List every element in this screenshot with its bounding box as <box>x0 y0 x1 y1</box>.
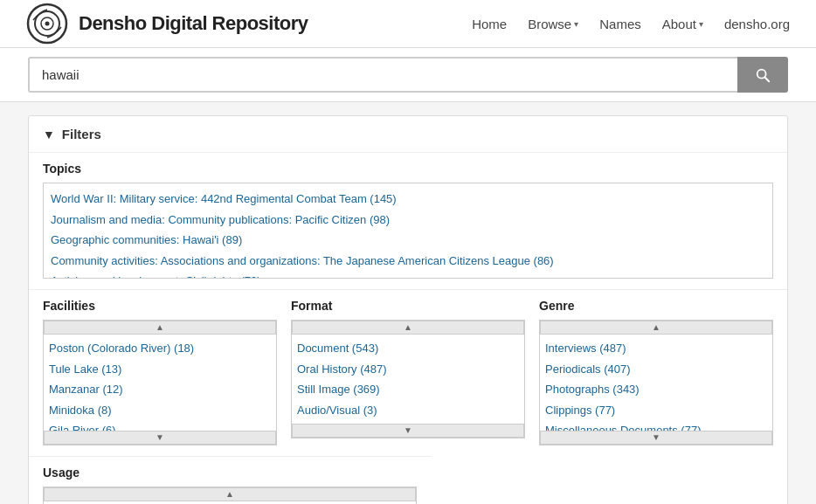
list-item[interactable]: Miscellaneous Documents (77) <box>545 420 767 431</box>
format-list: Document (543) Oral History (487) Still … <box>292 335 524 424</box>
filters-header[interactable]: ▼ Filters <box>29 116 787 152</box>
list-item[interactable]: Journalism and media: Community publicat… <box>51 210 765 231</box>
usage-title: Usage <box>43 466 417 480</box>
list-item[interactable]: Clippings (77) <box>545 400 767 421</box>
format-col: Format ▲ Document (543) Oral History (48… <box>291 299 539 445</box>
svg-point-3 <box>45 22 50 26</box>
nav-home[interactable]: Home <box>472 17 507 31</box>
search-container <box>0 48 816 102</box>
nav-densho-org[interactable]: densho.org <box>724 17 790 31</box>
nav-names[interactable]: Names <box>599 17 641 31</box>
list-item[interactable]: Audio/Visual (3) <box>297 400 519 421</box>
usage-list-container: ▲ DDR Creative Commons (812) Copyright, … <box>43 487 417 504</box>
filter-icon: ▼ <box>43 128 55 142</box>
list-item[interactable]: Tule Lake (13) <box>49 359 271 380</box>
list-item[interactable]: Oral History (487) <box>297 359 519 380</box>
genre-col: Genre ▲ Interviews (487) Periodicals (40… <box>539 299 773 445</box>
facilities-scroll-up[interactable]: ▲ <box>44 321 276 335</box>
format-scroll-down[interactable]: ▼ <box>292 424 524 438</box>
genre-title: Genre <box>539 299 773 313</box>
genre-list-container: ▲ Interviews (487) Periodicals (407) Pho… <box>539 320 773 445</box>
facilities-scroll-down[interactable]: ▼ <box>44 431 276 445</box>
search-row <box>28 57 788 93</box>
list-item[interactable]: Gila River (6) <box>49 420 271 431</box>
header: Densho Digital Repository Home Browse ▾ … <box>0 0 816 48</box>
usage-section: Usage ▲ DDR Creative Commons (812) Copyr… <box>29 456 431 504</box>
format-scroll-up[interactable]: ▲ <box>292 321 524 335</box>
genre-scroll-down[interactable]: ▼ <box>540 431 772 445</box>
header-nav: Home Browse ▾ Names About ▾ densho.org <box>472 17 790 31</box>
about-caret-icon: ▾ <box>699 19 703 29</box>
format-list-container: ▲ Document (543) Oral History (487) Stil… <box>291 320 525 438</box>
main-content: ▼ Filters Topics World War II: Military … <box>28 102 788 504</box>
list-item[interactable]: Periodicals (407) <box>545 359 767 380</box>
filters-label: Filters <box>62 127 101 142</box>
topics-list: World War II: Military service: 442nd Re… <box>43 183 773 279</box>
genre-list: Interviews (487) Periodicals (407) Photo… <box>540 335 772 431</box>
search-button[interactable] <box>737 57 788 93</box>
site-logo-text: Densho Digital Repository <box>79 12 308 35</box>
topics-section: Topics World War II: Military service: 4… <box>29 152 787 289</box>
list-item[interactable]: Manzanar (12) <box>49 379 271 400</box>
facilities-list: Poston (Colorado River) (18) Tule Lake (… <box>44 335 276 431</box>
list-item[interactable]: Poston (Colorado River) (18) <box>49 338 271 359</box>
svg-line-5 <box>764 77 769 81</box>
list-item[interactable]: World War II: Military service: 442nd Re… <box>51 189 765 210</box>
browse-caret-icon: ▾ <box>574 19 578 29</box>
list-item[interactable]: Minidoka (8) <box>49 400 271 421</box>
list-item[interactable]: Photographs (343) <box>545 379 767 400</box>
usage-scroll-up[interactable]: ▲ <box>44 487 416 501</box>
topics-title: Topics <box>43 162 773 176</box>
header-left: Densho Digital Repository <box>26 3 308 45</box>
list-item[interactable]: Still Image (369) <box>297 379 519 400</box>
nav-browse[interactable]: Browse ▾ <box>528 17 578 31</box>
genre-scroll-up[interactable]: ▲ <box>540 321 772 335</box>
list-item[interactable]: Geographic communities: Hawai'i (89) <box>51 230 765 251</box>
search-icon <box>755 67 771 83</box>
list-item[interactable]: Interviews (487) <box>545 338 767 359</box>
facilities-col: Facilities ▲ Poston (Colorado River) (18… <box>43 299 291 445</box>
format-title: Format <box>291 299 525 313</box>
densho-logo-icon <box>26 3 68 45</box>
filters-panel: ▼ Filters Topics World War II: Military … <box>28 115 788 504</box>
list-item[interactable]: Document (543) <box>297 338 519 359</box>
list-item[interactable]: Community activities: Associations and o… <box>51 251 765 272</box>
search-input[interactable] <box>28 57 737 93</box>
list-item[interactable]: Activism and involvement: Civil rights (… <box>51 271 765 279</box>
nav-about[interactable]: About ▾ <box>662 17 703 31</box>
filter-columns: Facilities ▲ Poston (Colorado River) (18… <box>29 289 787 456</box>
facilities-title: Facilities <box>43 299 277 313</box>
facilities-list-container: ▲ Poston (Colorado River) (18) Tule Lake… <box>43 320 277 445</box>
